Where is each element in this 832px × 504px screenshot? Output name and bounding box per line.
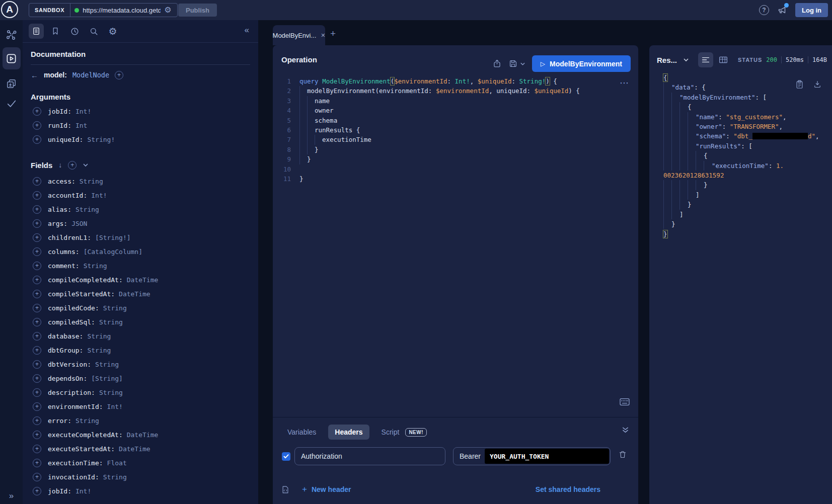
announcements-button[interactable] <box>777 5 788 16</box>
add-to-query-icon[interactable]: + <box>33 473 41 481</box>
checks-icon[interactable] <box>6 98 17 109</box>
delete-header-icon[interactable] <box>618 450 627 459</box>
field-row[interactable]: +invocationId:String <box>31 470 250 484</box>
add-to-query-icon[interactable]: + <box>33 459 41 467</box>
header-value-field[interactable]: Bearer YOUR_AUTH_TOKEN <box>453 447 611 465</box>
collapse-docs-icon[interactable]: « <box>245 25 249 35</box>
search-tab[interactable] <box>86 24 101 39</box>
help-icon[interactable]: ? <box>759 5 769 15</box>
new-header-button[interactable]: + New header <box>302 484 351 494</box>
raw-view-toggle-active[interactable] <box>698 52 713 67</box>
field-row[interactable]: +args:JSON <box>31 216 250 230</box>
field-row[interactable]: +uniqueId:String! <box>31 132 250 146</box>
bookmarks-tab[interactable] <box>48 24 63 39</box>
field-row[interactable]: +compileStartedAt:DateTime <box>31 287 250 301</box>
add-to-query-icon[interactable]: + <box>33 374 41 383</box>
set-shared-headers-link[interactable]: Set shared headers <box>536 485 600 493</box>
field-row[interactable]: +accountId:Int! <box>31 188 250 202</box>
field-row[interactable]: +compiledCode:String <box>31 301 250 315</box>
add-all-fields-icon[interactable]: + <box>68 161 77 170</box>
add-to-query-icon[interactable]: + <box>33 445 41 453</box>
editor-overflow-menu-icon[interactable]: ⋯ <box>620 77 629 89</box>
tab-script[interactable]: Script <box>382 428 400 436</box>
header-key-input[interactable] <box>294 447 445 465</box>
history-tab[interactable] <box>67 24 82 39</box>
field-row[interactable]: +environmentId:Int! <box>31 399 250 413</box>
publish-button[interactable]: Publish <box>178 4 217 17</box>
add-to-query-icon[interactable]: + <box>33 431 41 439</box>
graphql-editor[interactable]: 1query ModelByEnvironment($environmentId… <box>273 76 638 408</box>
add-to-query-icon[interactable]: + <box>33 402 41 411</box>
tab-variables[interactable]: Variables <box>287 428 316 436</box>
field-row[interactable]: +error:String <box>31 413 250 428</box>
download-response-icon[interactable] <box>813 79 822 89</box>
endpoint-url[interactable]: https://metadata.cloud.getd <box>83 7 161 14</box>
field-row[interactable]: +childrenL1:[String!] <box>31 230 250 244</box>
collapse-request-section-icon[interactable] <box>622 427 629 434</box>
run-operation-button[interactable]: ▷ ModelByEnvironment <box>532 55 631 72</box>
edit-headers-doc-icon[interactable] <box>281 485 290 494</box>
add-to-query-icon[interactable]: + <box>33 304 41 312</box>
field-row[interactable]: +jobId:Int! <box>31 104 250 118</box>
explorer-nav-active[interactable] <box>3 47 21 69</box>
login-button[interactable]: Log in <box>795 3 828 17</box>
field-row[interactable]: +columns:[CatalogColumn] <box>31 244 250 259</box>
field-row[interactable]: +description:String <box>31 385 250 399</box>
field-row[interactable]: +alias:String <box>31 202 250 216</box>
type-link[interactable]: ModelNode <box>72 71 109 79</box>
add-to-query-icon[interactable]: + <box>33 388 41 397</box>
add-field-icon[interactable]: + <box>115 71 123 79</box>
field-row[interactable]: +comment:String <box>31 259 250 273</box>
field-row[interactable]: +dependsOn:[String] <box>31 371 250 385</box>
add-to-query-icon[interactable]: + <box>33 290 41 298</box>
sort-fields-icon[interactable]: ↓ <box>58 161 62 169</box>
add-to-query-icon[interactable]: + <box>33 262 41 270</box>
endpoint-settings-gear-icon[interactable]: ⚙ <box>164 6 171 14</box>
save-menu-chevron-icon[interactable] <box>520 62 525 66</box>
field-row[interactable]: +database:String <box>31 329 250 343</box>
add-to-query-icon[interactable]: + <box>33 360 41 369</box>
response-menu-chevron-icon[interactable] <box>683 58 689 62</box>
field-row[interactable]: +executeCompletedAt:DateTime <box>31 428 250 442</box>
fields-menu-chevron-icon[interactable] <box>83 163 89 167</box>
add-to-query-icon[interactable]: + <box>33 318 41 326</box>
copy-response-icon[interactable] <box>795 79 804 89</box>
table-view-toggle[interactable] <box>719 56 728 64</box>
field-row[interactable]: +access:String <box>31 174 250 188</box>
share-operation-icon[interactable] <box>492 59 502 68</box>
add-to-query-icon[interactable]: + <box>33 247 41 256</box>
add-to-query-icon[interactable]: + <box>33 487 41 495</box>
field-row[interactable]: +executionTime:Float <box>31 456 250 470</box>
field-row[interactable]: +jobId:Int! <box>31 484 250 498</box>
add-to-query-icon[interactable]: + <box>33 332 41 341</box>
add-to-query-icon[interactable]: + <box>33 219 41 228</box>
graph-schema-icon[interactable] <box>6 29 18 41</box>
add-to-query-icon[interactable]: + <box>33 135 41 144</box>
back-arrow-icon[interactable]: ← <box>31 71 38 79</box>
add-to-query-icon[interactable]: + <box>33 177 41 186</box>
operation-tab[interactable]: ModelByEnvi... ✕ <box>273 25 325 45</box>
field-row[interactable]: +compiledSql:String <box>31 315 250 329</box>
add-to-query-icon[interactable]: + <box>33 191 41 200</box>
add-to-query-icon[interactable]: + <box>33 205 41 214</box>
field-row[interactable]: +executeStartedAt:DateTime <box>31 442 250 456</box>
explorer-settings-gear-icon[interactable]: ⚙ <box>105 24 120 39</box>
close-tab-icon[interactable]: ✕ <box>321 32 325 39</box>
add-to-query-icon[interactable]: + <box>33 107 41 116</box>
add-to-query-icon[interactable]: + <box>33 416 41 425</box>
documentation-tab-active[interactable] <box>29 24 44 39</box>
new-tab-button[interactable]: + <box>330 28 336 39</box>
add-to-query-icon[interactable]: + <box>33 346 41 355</box>
endpoint-url-cell[interactable]: https://metadata.cloud.getd ⚙ <box>70 4 177 17</box>
tab-headers[interactable]: Headers <box>328 425 369 440</box>
auth-token-redacted[interactable]: YOUR_AUTH_TOKEN <box>485 449 609 464</box>
keyboard-shortcuts-icon[interactable] <box>619 397 630 406</box>
expand-rail-icon[interactable]: » <box>0 491 23 501</box>
field-row[interactable]: +dbtVersion:String <box>31 357 250 371</box>
field-row[interactable]: +dbtGroup:String <box>31 343 250 357</box>
add-to-query-icon[interactable]: + <box>33 121 41 130</box>
field-row[interactable]: +runId:Int <box>31 118 250 132</box>
field-row[interactable]: +compileCompletedAt:DateTime <box>31 273 250 287</box>
add-to-query-icon[interactable]: + <box>33 233 41 242</box>
response-title[interactable]: Res... <box>657 56 677 64</box>
